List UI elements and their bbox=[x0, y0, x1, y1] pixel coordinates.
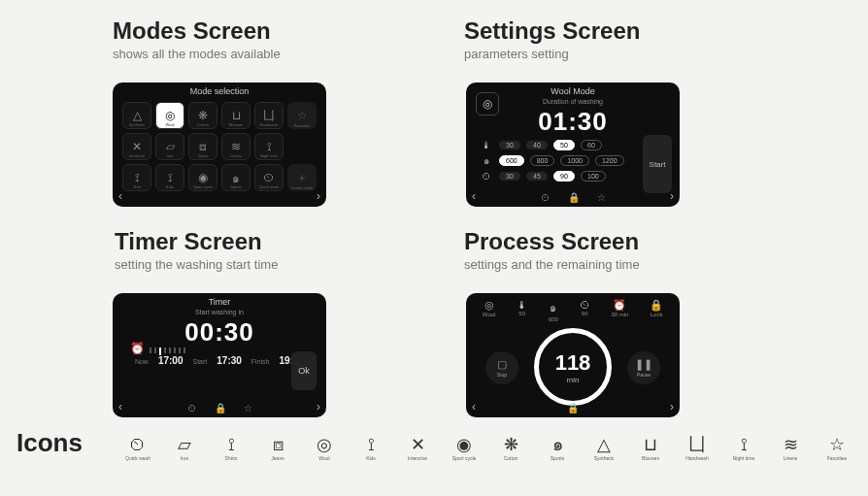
glyph-icon: ✕ bbox=[411, 436, 425, 453]
lock-icon[interactable]: 🔒 bbox=[215, 403, 226, 413]
mode-shirt[interactable]: ⟟Shirt bbox=[122, 164, 151, 191]
status-icon: ◎ bbox=[483, 299, 496, 312]
icon-label: Kids bbox=[366, 455, 376, 461]
mode-label: Cotton bbox=[197, 122, 209, 127]
option-spin-800[interactable]: 800 bbox=[530, 155, 555, 166]
icon-night-time: ⟟Night time bbox=[722, 436, 765, 461]
mode-icon: ≋ bbox=[231, 140, 241, 153]
mode-icon: ⟟ bbox=[135, 171, 139, 184]
process-sub: settings and the remaining time bbox=[464, 257, 640, 272]
lock-icon[interactable]: 🔒 bbox=[568, 192, 580, 203]
mode-intencive[interactable]: ✕Intencive bbox=[122, 133, 151, 160]
create-mode-button[interactable]: ＋Create mode bbox=[287, 164, 317, 191]
status-icon: ๑ bbox=[549, 299, 558, 316]
glyph-icon: ⧈ bbox=[273, 436, 284, 453]
timer-sub: setting the washing start time bbox=[115, 257, 278, 272]
mode-label: Shirt bbox=[133, 184, 141, 189]
glyph-icon: ๑ bbox=[552, 436, 563, 453]
option-temp-50[interactable]: 50 bbox=[553, 140, 575, 150]
option-timer-90[interactable]: 90 bbox=[553, 171, 575, 182]
mode-icon: ◎ bbox=[165, 109, 175, 122]
option-timer-30[interactable]: 30 bbox=[499, 172, 520, 181]
glyph-icon: ☆ bbox=[829, 436, 845, 453]
icon-quick-wash: ⏲Quick wash bbox=[117, 436, 159, 461]
mode-iron[interactable]: ▱Iron bbox=[155, 133, 184, 160]
icon-label: Iron bbox=[181, 455, 189, 461]
status-lock: 🔒Lock bbox=[650, 299, 663, 322]
option-temp-30[interactable]: 30 bbox=[499, 141, 520, 149]
icon-sport-cycle: ◉Sport cycle bbox=[443, 436, 485, 461]
status-wool: ◎Wool bbox=[483, 299, 496, 322]
mode-night-time[interactable]: ⟟Night time bbox=[254, 133, 284, 160]
mode-label: Linens bbox=[230, 153, 242, 158]
icon-label: Wool bbox=[318, 455, 329, 461]
mode-label: Kids bbox=[166, 184, 174, 189]
status-50: 🌡50 bbox=[517, 299, 527, 322]
lock-icon[interactable]: 🔒 bbox=[567, 403, 579, 413]
temp-icon: 🌡 bbox=[480, 140, 493, 150]
option-spin-600[interactable]: 600 bbox=[499, 155, 524, 166]
mode-label: Blouses bbox=[229, 122, 243, 127]
icon-wool: ◎Wool bbox=[303, 436, 346, 461]
mode-handwash[interactable]: 凵Handwash bbox=[254, 102, 284, 129]
mode-linens[interactable]: ≋Linens bbox=[221, 133, 250, 160]
icon-label: Jeans bbox=[271, 455, 284, 461]
option-spin-1200[interactable]: 1200 bbox=[595, 155, 624, 166]
pause-button[interactable]: ❚❚Pause bbox=[627, 351, 660, 384]
mode-sport-cycle[interactable]: ◉Sport cycle bbox=[188, 164, 217, 191]
option-timer-45[interactable]: 45 bbox=[526, 172, 548, 181]
mode-icon: ▱ bbox=[166, 140, 175, 153]
star-icon[interactable]: ☆ bbox=[597, 192, 606, 203]
mode-label: Night time bbox=[260, 153, 278, 158]
mode-icon: ⟟ bbox=[267, 140, 271, 153]
mode-blouses[interactable]: ⊔Blouses bbox=[221, 102, 250, 129]
icon-cotton: ❋Cotton bbox=[489, 436, 532, 461]
ok-button[interactable]: Ok bbox=[291, 351, 317, 390]
icon-label: Linens bbox=[784, 455, 798, 461]
glyph-icon: ⊔ bbox=[644, 436, 657, 453]
progress-ring: 118 min bbox=[534, 328, 612, 406]
remaining-unit: min bbox=[567, 376, 580, 384]
icon-label: Sports bbox=[551, 455, 564, 461]
icon-label: Handwash bbox=[685, 455, 709, 461]
mode-cotton[interactable]: ❋Cotton bbox=[188, 102, 217, 129]
settings-title: Settings Screen bbox=[464, 17, 640, 45]
mode-kids[interactable]: ⟟Kids bbox=[155, 164, 184, 191]
option-timer-100[interactable]: 100 bbox=[581, 171, 606, 182]
icon-linens: ≋Linens bbox=[769, 436, 812, 461]
timer-device: Timer Start washing in 00:30 ⏰ Ok Now 17… bbox=[113, 293, 326, 417]
wool-icon[interactable]: ◎ bbox=[476, 92, 499, 116]
mode-label: Intencive bbox=[129, 153, 145, 158]
icon-label: Cotton bbox=[504, 455, 518, 461]
option-temp-60[interactable]: 60 bbox=[581, 140, 602, 150]
icon-synthetic: △Synthetic bbox=[583, 436, 625, 461]
option-spin-1000[interactable]: 1000 bbox=[560, 155, 589, 166]
mode-icon: △ bbox=[133, 109, 142, 122]
alarm-icon: ⏰ bbox=[130, 342, 145, 355]
status-90: ⏲90 bbox=[580, 299, 590, 322]
settings-sub: parameters setting bbox=[464, 47, 640, 61]
glyph-icon: ◉ bbox=[456, 436, 472, 453]
chevron-right-icon[interactable]: › bbox=[317, 189, 320, 203]
timer-icon[interactable]: ⏲ bbox=[541, 192, 551, 203]
star-icon[interactable]: ☆ bbox=[244, 403, 252, 413]
process-title: Process Screen bbox=[464, 228, 640, 255]
mode-sports[interactable]: ๑Sports bbox=[221, 164, 250, 191]
mode-quick-wash[interactable]: ⏲Quick wash bbox=[254, 164, 284, 191]
stop-button[interactable]: ▢Stop bbox=[485, 351, 518, 384]
icon-jeans: ⧈Jeans bbox=[256, 436, 299, 461]
mode-synthetic[interactable]: △Synthetic bbox=[122, 102, 151, 129]
chevron-left-icon[interactable]: ‹ bbox=[118, 189, 122, 203]
option-temp-40[interactable]: 40 bbox=[526, 141, 548, 149]
glyph-icon: ⟟ bbox=[368, 436, 375, 453]
status-30-min: ⏰30 min bbox=[611, 299, 628, 322]
mode-jeans[interactable]: ⧈Jeans bbox=[188, 133, 217, 160]
timer-icon[interactable]: ⏲ bbox=[187, 403, 197, 413]
favorites-button[interactable]: ☆Favorites bbox=[287, 102, 317, 129]
start-button[interactable]: Start bbox=[643, 135, 672, 193]
timer-ticks[interactable] bbox=[150, 347, 185, 355]
mode-wool[interactable]: ◎Wool bbox=[155, 102, 184, 129]
remaining-value: 118 bbox=[555, 350, 591, 376]
spin-icon: ๑ bbox=[480, 153, 493, 168]
mode-icon: ◉ bbox=[198, 171, 208, 184]
